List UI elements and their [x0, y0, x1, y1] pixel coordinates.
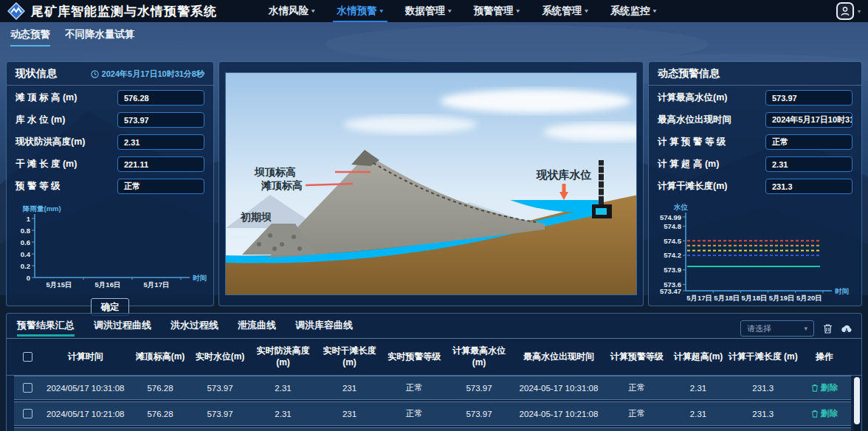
- table-scrollbar[interactable]: [854, 377, 860, 431]
- page-tabs: 动态预警不同降水量试算: [10, 28, 135, 46]
- svg-text:0.8: 0.8: [21, 227, 30, 235]
- svg-text:5月18日: 5月18日: [742, 294, 768, 302]
- nav-item-3[interactable]: 数据管理▾: [405, 0, 452, 22]
- cell-1-2: 576.28: [131, 384, 190, 393]
- initial-dam-label: 初期坝: [240, 211, 272, 223]
- column-header-1: 计算时间: [41, 351, 131, 363]
- chevron-down-icon: ▾: [448, 8, 452, 14]
- delete-row-button[interactable]: 删除: [811, 382, 838, 393]
- results-tab-5[interactable]: 调洪库容曲线: [295, 319, 353, 338]
- dynamic-warning-title: 动态预警信息: [658, 67, 720, 80]
- svg-text:574.5: 574.5: [664, 237, 681, 245]
- nav-item-label: 水情预警: [337, 4, 377, 18]
- nav-item-label: 系统管理: [542, 4, 582, 18]
- top-nav: 尾矿库智能监测与水情预警系统 水情风险▾水情预警▾数据管理▾预警管理▾系统管理▾…: [0, 0, 868, 22]
- column-header-11: 计算干滩长度 (m): [728, 351, 798, 363]
- warning-field-row-1: 计算最高水位(m)573.97: [658, 90, 852, 106]
- status-field-label-5: 预 警 等 级: [16, 180, 60, 193]
- row-checkbox[interactable]: [23, 409, 32, 418]
- dam-diagram-frame: 坝顶标高 滩顶标高 初期坝 现状库水位: [225, 72, 637, 295]
- nav-item-2[interactable]: 水情预警▾: [337, 0, 384, 22]
- cell-2-11: 231.3: [728, 410, 798, 418]
- row-checkbox-cell: [14, 409, 41, 418]
- chevron-down-icon: ▾: [653, 8, 657, 14]
- warning-field-value-1[interactable]: 573.97: [765, 90, 852, 106]
- warning-field-row-4: 计 算 超 高 (m)2.31: [658, 156, 852, 172]
- warning-field-label-5: 计算干滩长度(m): [658, 180, 727, 193]
- nav-item-5[interactable]: 系统管理▾: [542, 0, 588, 22]
- result-filter-select[interactable]: 请选择 ▾: [740, 320, 814, 337]
- app-root: 尾矿库智能监测与水情预警系统 水情风险▾水情预警▾数据管理▾预警管理▾系统管理▾…: [0, 0, 868, 431]
- nav-item-1[interactable]: 水情风险▾: [269, 0, 315, 22]
- warning-field-label-1: 计算最高水位(m): [658, 92, 727, 104]
- warning-field-row-2: 最高水位出现时间2024年5月17日10时31:: [658, 112, 852, 128]
- app-logo-icon: [7, 2, 25, 20]
- row-actions: 删除: [798, 408, 851, 419]
- dam-crest-label: 坝顶标高: [254, 166, 296, 178]
- results-tab-3[interactable]: 洪水过程线: [170, 319, 218, 338]
- status-field-row-3: 现状防洪高度(m)2.31: [16, 134, 204, 150]
- status-field-value-3[interactable]: 2.31: [117, 134, 204, 150]
- beach-top-label: 滩顶标高: [261, 179, 303, 191]
- svg-text:574.99: 574.99: [660, 213, 681, 221]
- clock-icon: [91, 70, 99, 78]
- column-header-12: 操作: [798, 351, 851, 363]
- delete-row-button[interactable]: 删除: [811, 408, 838, 419]
- cell-1-9: 正常: [605, 382, 669, 393]
- nav-item-4[interactable]: 预警管理▾: [474, 0, 520, 22]
- table-body: 2024/05/17 10:31:08576.28573.972.31231正常…: [7, 376, 861, 431]
- status-field-row-1: 滩 顶 标 高 (m)576.28: [16, 90, 204, 106]
- chevron-down-icon: ▾: [380, 8, 384, 14]
- page-tab-2[interactable]: 不同降水量试算: [65, 28, 135, 46]
- warning-field-value-4[interactable]: 2.31: [765, 156, 852, 172]
- select-placeholder: 请选择: [747, 323, 771, 334]
- row-checkbox[interactable]: [23, 383, 32, 393]
- cell-1-5: 231: [317, 384, 383, 393]
- column-header-2: 滩顶标高(m): [131, 351, 190, 363]
- cell-1-1: 2024/05/17 10:31:08: [41, 384, 131, 393]
- dam-cross-section: 坝顶标高 滩顶标高 初期坝 现状库水位: [226, 73, 637, 294]
- export-button[interactable]: [841, 323, 852, 334]
- delete-label: 删除: [821, 408, 838, 419]
- column-header-6: 实时预警等级: [383, 351, 447, 363]
- user-avatar[interactable]: [836, 2, 854, 20]
- column-header-3: 实时水位(m): [190, 351, 250, 363]
- row-checkbox-cell: [14, 383, 41, 393]
- warning-field-value-5[interactable]: 231.3: [765, 179, 852, 194]
- select-all-checkbox[interactable]: [23, 352, 32, 362]
- delete-selected-button[interactable]: [822, 323, 833, 334]
- warning-field-value-2[interactable]: 2024年5月17日10时31:: [765, 112, 852, 128]
- chevron-down-icon: ▾: [517, 8, 520, 14]
- results-tab-2[interactable]: 调洪过程曲线: [94, 319, 151, 338]
- nav-item-label: 数据管理: [405, 4, 445, 18]
- nav-item-6[interactable]: 系统监控▾: [610, 0, 657, 22]
- cell-2-7: 573.97: [446, 410, 512, 418]
- main-menu: 水情风险▾水情预警▾数据管理▾预警管理▾系统管理▾系统监控▾: [269, 0, 656, 22]
- svg-text:574.2: 574.2: [664, 251, 681, 259]
- svg-text:5月20日: 5月20日: [796, 294, 822, 302]
- chevron-down-icon: ▾: [804, 325, 807, 332]
- svg-text:573.9: 573.9: [664, 266, 681, 274]
- dynamic-warning-panel: 动态预警信息 计算最高水位(m)573.97最高水位出现时间2024年5月17日…: [648, 61, 862, 306]
- cell-1-7: 573.97: [446, 384, 512, 393]
- svg-text:时间: 时间: [193, 274, 207, 282]
- table-header: 计算时间滩顶标高(m)实时水位(m)实时防洪高度 (m)实时干滩长度 (m)实时…: [7, 339, 861, 375]
- status-field-value-5[interactable]: 正常: [117, 179, 204, 194]
- status-field-value-4[interactable]: 221.11: [117, 156, 204, 172]
- page-tab-1[interactable]: 动态预警: [10, 28, 50, 46]
- column-header-8: 最高水位出现时间: [512, 351, 605, 363]
- avatar-caret-icon[interactable]: ▾: [858, 8, 861, 15]
- warning-field-value-3[interactable]: 正常: [765, 134, 852, 150]
- cloud-download-icon: [841, 324, 852, 334]
- current-status-timestamp: 2024年5月17日10时31分8秒: [102, 69, 204, 80]
- status-field-label-3: 现状防洪高度(m): [16, 136, 85, 148]
- cell-2-4: 2.31: [250, 410, 317, 418]
- row-actions: 删除: [798, 382, 851, 393]
- results-tab-1[interactable]: 预警结果汇总: [17, 319, 75, 338]
- status-field-value-2[interactable]: 573.97: [117, 112, 204, 128]
- svg-text:0: 0: [27, 274, 30, 282]
- results-tabs: 预警结果汇总调洪过程曲线洪水过程线泄流曲线调洪库容曲线: [17, 319, 353, 338]
- cell-1-11: 231.3: [728, 384, 798, 393]
- status-field-value-1[interactable]: 576.28: [117, 90, 204, 106]
- results-tab-4[interactable]: 泄流曲线: [238, 319, 276, 338]
